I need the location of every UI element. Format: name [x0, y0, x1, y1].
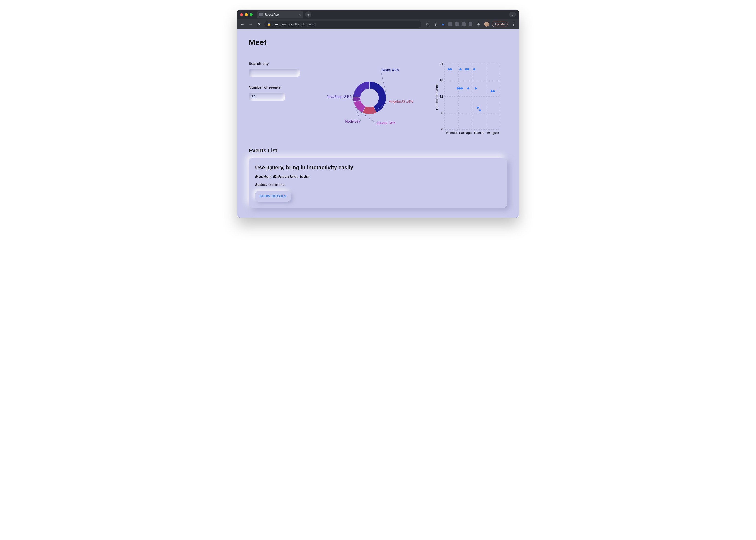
- url-host: laminarmodes.github.io: [273, 23, 305, 26]
- share-icon[interactable]: ⇪: [433, 22, 438, 27]
- y-tick: 12: [440, 95, 443, 98]
- tabs-overflow-icon[interactable]: ⌄: [509, 12, 516, 18]
- search-city-input[interactable]: [249, 69, 300, 77]
- browser-menu-icon[interactable]: ⋮: [511, 22, 517, 27]
- number-events-label: Number of events: [249, 85, 305, 89]
- scatter-point: [459, 68, 461, 70]
- page-title: Meet: [249, 38, 507, 47]
- event-status: Status: confirmed: [255, 182, 501, 187]
- scatter-point: [479, 109, 481, 111]
- x-tick: Santiago: [459, 131, 472, 135]
- tab-close-icon[interactable]: ×: [299, 13, 301, 17]
- close-window-icon[interactable]: [240, 13, 243, 16]
- scatter-point: [473, 68, 475, 70]
- window-controls: [240, 13, 253, 16]
- donut-label-angularjs: AngularJS 14%: [389, 99, 413, 103]
- scatter-point: [448, 68, 450, 70]
- event-status-value: confirmed: [268, 182, 284, 187]
- toolbar-icons: ⧉ ⇪ ★ ✦ Update ⋮: [424, 22, 517, 27]
- event-location: Mumbai, Maharashtra, India: [255, 174, 501, 179]
- scatter-point: [450, 68, 452, 70]
- nav-forward-icon: →: [248, 22, 254, 27]
- search-city-label: Search city: [249, 62, 305, 66]
- number-events-group: Number of events: [249, 85, 305, 101]
- search-city-group: Search city: [249, 62, 305, 77]
- extensions-puzzle-icon[interactable]: ✦: [475, 22, 481, 27]
- url-path: /meet/: [307, 23, 316, 26]
- address-bar[interactable]: 🔒 laminarmodes.github.io/meet/: [264, 21, 421, 28]
- scatter-point: [467, 68, 469, 70]
- event-card: Use jQuery, bring in interactivity easil…: [249, 158, 507, 208]
- browser-window: React App × ＋ ⌄ ← → ⟳ 🔒 laminarmodes.git…: [237, 10, 519, 217]
- donut-chart-svg: React 43%AngularJS 14%jQuery 14%Node 5%J…: [326, 62, 413, 129]
- y-tick: 24: [440, 62, 443, 66]
- donut-slice-javascript: [353, 81, 370, 97]
- x-tick: Mumbai: [446, 131, 457, 135]
- scatter-point: [493, 90, 495, 92]
- donut-label-javascript: JavaScript 24%: [327, 95, 351, 98]
- y-tick: 0: [441, 127, 443, 131]
- titlebar: React App × ＋ ⌄: [237, 10, 519, 19]
- scatter-chart: 06121824MumbaiSantiagoNairobiBangkokNumb…: [434, 62, 507, 138]
- extension-icon-1[interactable]: [448, 22, 452, 26]
- y-tick: 18: [440, 78, 443, 82]
- extension-icon-3[interactable]: [462, 22, 466, 26]
- x-tick: Nairobi: [474, 131, 484, 135]
- extension-icon-4[interactable]: [469, 22, 473, 26]
- scatter-point: [459, 87, 461, 89]
- scatter-point: [467, 87, 469, 89]
- page-viewport: Meet Search city Number of events React …: [237, 29, 519, 217]
- event-status-label: Status:: [255, 182, 267, 187]
- scatter-point: [457, 87, 459, 89]
- open-external-icon[interactable]: ⧉: [424, 22, 430, 27]
- nav-back-icon[interactable]: ←: [239, 22, 245, 27]
- bookmark-star-icon[interactable]: ★: [441, 22, 445, 26]
- tab-title: React App: [265, 13, 279, 16]
- tab-favicon-icon: [259, 13, 263, 16]
- y-axis-label: Number of Events: [435, 83, 438, 110]
- browser-toolbar: ← → ⟳ 🔒 laminarmodes.github.io/meet/ ⧉ ⇪…: [237, 19, 519, 29]
- event-title: Use jQuery, bring in interactivity easil…: [255, 164, 501, 171]
- y-tick: 6: [441, 111, 443, 115]
- scatter-point: [461, 87, 463, 89]
- events-list-heading: Events List: [249, 147, 507, 154]
- maximize-window-icon[interactable]: [250, 13, 253, 16]
- lock-icon: 🔒: [267, 23, 271, 26]
- donut-label-jquery: jQuery 14%: [377, 121, 395, 125]
- show-details-button[interactable]: SHOW DETAILS: [255, 191, 291, 202]
- scatter-point: [491, 90, 493, 92]
- filters-panel: Search city Number of events: [249, 62, 305, 109]
- scatter-point: [475, 87, 477, 89]
- new-tab-button[interactable]: ＋: [305, 11, 311, 18]
- donut-label-node: Node 5%: [345, 119, 360, 123]
- x-tick: Bangkok: [487, 131, 499, 135]
- browser-tab[interactable]: React App ×: [257, 11, 303, 18]
- nav-reload-icon[interactable]: ⟳: [256, 22, 262, 27]
- scatter-point: [477, 107, 479, 108]
- update-button[interactable]: Update: [492, 22, 508, 27]
- scatter-chart-svg: 06121824MumbaiSantiagoNairobiBangkokNumb…: [434, 62, 502, 137]
- scatter-point: [465, 68, 467, 70]
- profile-avatar-icon[interactable]: [484, 22, 489, 27]
- number-events-input[interactable]: [249, 92, 285, 101]
- donut-label-react: React 43%: [381, 68, 399, 72]
- top-row: Search city Number of events React 43%An…: [249, 62, 507, 138]
- extension-icon-2[interactable]: [455, 22, 459, 26]
- minimize-window-icon[interactable]: [245, 13, 248, 16]
- donut-chart: React 43%AngularJS 14%jQuery 14%Node 5%J…: [314, 62, 425, 129]
